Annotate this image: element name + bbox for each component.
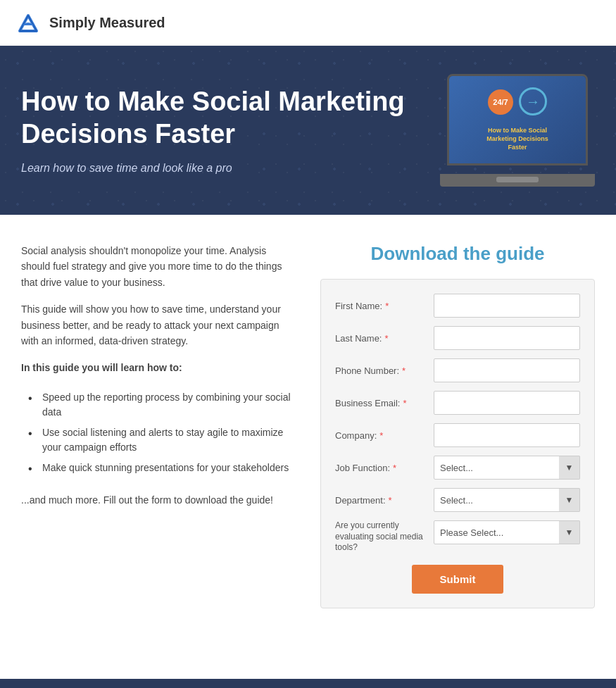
first-name-label: First Name:* <box>335 301 434 311</box>
company-input[interactable] <box>434 423 580 447</box>
required-star: * <box>403 398 406 408</box>
first-name-row: First Name:* <box>335 294 580 318</box>
header: Simply Measured <box>0 0 616 46</box>
bullet-list: Speed up the reporting process by combin… <box>21 387 292 478</box>
required-star: * <box>389 495 392 506</box>
job-function-label: Job Function:* <box>335 463 434 473</box>
list-item: Speed up the reporting process by combin… <box>28 387 292 423</box>
form-title: Download the guide <box>320 243 595 265</box>
department-label: Department:* <box>335 495 434 506</box>
laptop-base <box>440 174 595 187</box>
phone-input[interactable] <box>434 358 580 382</box>
logo-container: Simply Measured <box>14 8 165 37</box>
social-tools-row: Are you currently evaluating social medi… <box>335 520 580 553</box>
closing-text: ...and much more. Fill out the form to d… <box>21 492 292 508</box>
left-column: Social analysis shouldn't monopolize you… <box>21 243 292 519</box>
required-star: * <box>393 463 396 473</box>
last-name-row: Last Name:* <box>335 326 580 350</box>
hero-section: How to Make Social Marketing Decisions F… <box>0 46 616 215</box>
logo-text: Simply Measured <box>49 15 165 31</box>
email-label: Business Email:* <box>335 398 434 408</box>
social-tools-select[interactable]: Please Select...YesNoMaybe <box>434 520 580 544</box>
social-tools-select-wrapper: Please Select...YesNoMaybe ▼ <box>434 520 580 544</box>
job-function-select-wrapper: Select...MarketingSalesEngineeringOperat… <box>434 456 580 480</box>
company-row: Company:* <box>335 423 580 447</box>
email-input[interactable] <box>434 391 580 415</box>
department-select-wrapper: Select...MarketingSalesEngineeringOperat… <box>434 488 580 512</box>
required-star: * <box>385 301 389 311</box>
department-row: Department:* Select...MarketingSalesEngi… <box>335 488 580 512</box>
hero-image: 24/7 → How to Make Social Marketing Deci… <box>440 74 595 187</box>
required-star: * <box>384 333 388 344</box>
right-column: Download the guide First Name:* Last Nam… <box>320 243 595 608</box>
list-item: Use social listening and alerts to stay … <box>28 423 292 458</box>
submit-button[interactable]: Submit <box>412 565 504 594</box>
phone-label: Phone Number:* <box>335 365 434 376</box>
main-content: Social analysis shouldn't monopolize you… <box>0 215 616 637</box>
job-function-row: Job Function:* Select...MarketingSalesEn… <box>335 456 580 480</box>
laptop-screen-text: How to Make Social Marketing Decisions F… <box>486 127 548 151</box>
department-select[interactable]: Select...MarketingSalesEngineeringOperat… <box>434 488 580 512</box>
job-function-select[interactable]: Select...MarketingSalesEngineeringOperat… <box>434 456 580 480</box>
email-row: Business Email:* <box>335 391 580 415</box>
form-container: First Name:* Last Name:* Phone Number:* <box>320 279 595 608</box>
guide-title: In this guide you will learn how to: <box>21 360 292 375</box>
company-label: Company:* <box>335 430 434 441</box>
required-star: * <box>402 365 406 376</box>
laptop-arrow-icon: → <box>519 87 547 115</box>
submit-row: Submit <box>335 565 580 594</box>
laptop-screen-content: 24/7 → How to Make Social Marketing Deci… <box>449 76 586 163</box>
footer: © Simply Measured | Privacy Policy <box>0 679 616 688</box>
intro-paragraph-2: This guide will show you how to save tim… <box>21 301 292 349</box>
last-name-input[interactable] <box>434 326 580 350</box>
last-name-label: Last Name:* <box>335 333 434 344</box>
logo-icon <box>14 8 42 37</box>
laptop-screen: 24/7 → How to Make Social Marketing Deci… <box>447 74 588 165</box>
hero-subtitle: Learn how to save time and look like a p… <box>21 162 419 175</box>
hero-title: How to Make Social Marketing Decisions F… <box>21 86 419 150</box>
phone-row: Phone Number:* <box>335 358 580 382</box>
social-tools-label: Are you currently evaluating social medi… <box>335 520 434 553</box>
required-star: * <box>379 430 383 441</box>
hero-text: How to Make Social Marketing Decisions F… <box>21 86 419 174</box>
laptop-badge: 24/7 <box>488 89 513 115</box>
list-item: Make quick stunning presentations for yo… <box>28 458 292 478</box>
intro-paragraph-1: Social analysis shouldn't monopolize you… <box>21 243 292 290</box>
first-name-input[interactable] <box>434 294 580 318</box>
